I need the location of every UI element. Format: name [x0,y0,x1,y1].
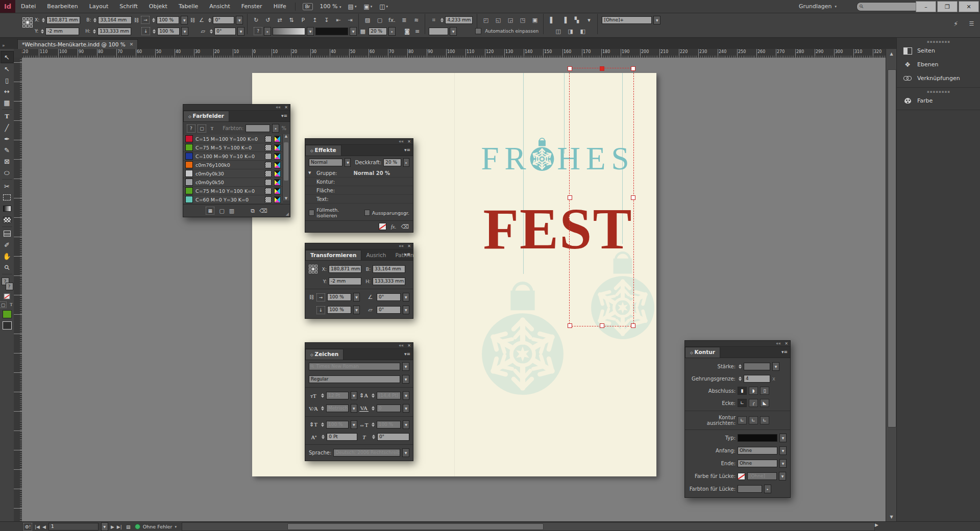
selection-handle-top-center[interactable] [600,66,604,71]
document-tab[interactable]: *Weihnachts-Menükarte.indd @ 100 % ✕ [17,39,138,49]
stroke-proxy-icon[interactable]: ? [6,283,13,290]
reference-p-icon[interactable]: P [299,16,307,24]
scale-x-input[interactable]: 100 % [327,293,351,301]
tool-selection[interactable]: ↖ [1,51,14,63]
tool-gradient[interactable] [1,203,13,214]
tool-ellipse[interactable]: ○ [1,167,13,178]
panel-menu-icon[interactable]: ▾≡ [281,113,287,118]
tab-ausrichten[interactable]: Ausrich [361,250,390,260]
scroll-thumb[interactable] [284,142,288,181]
width-input[interactable]: 33,164 mm [98,16,132,24]
panel-menu-icon[interactable]: ▾≡ [404,351,410,357]
dock-item-ebenen[interactable]: ❖ Ebenen [897,58,980,71]
swatch-row[interactable]: C=60 M=0 Y=30 K=0 [183,195,283,204]
staerke-input[interactable] [744,363,770,370]
last-page-button[interactable]: ▶| [117,524,122,529]
scroll-down-arrow[interactable]: ▼ [886,512,897,521]
font-family-dropdown[interactable]: ⚲Times New Roman [309,363,400,370]
scale-y-stepper[interactable] [153,29,156,34]
leading-stepper[interactable] [372,393,375,398]
select-previous-icon[interactable]: ⇤ [334,16,342,24]
tool-content-collector[interactable]: ▦ [1,97,13,108]
join-round-button[interactable]: ╭ [749,399,758,407]
tool-type[interactable]: T [1,111,13,122]
panel-menu-icon[interactable]: ▾≡ [404,252,410,257]
tab-close-icon[interactable]: ✕ [130,42,134,47]
sprache-dropdown[interactable]: Deutsch: 2006 Rechtschreibr... [333,449,400,457]
width-stepper[interactable] [93,18,96,22]
swatch-icon[interactable]: ▢ [375,16,384,24]
page-number-input[interactable]: 1 [48,523,99,530]
swatch-row[interactable]: C=75 M=10 Y=100 K=0 [183,187,283,195]
distribute-center-icon[interactable]: ◨ [566,27,575,36]
rotation-input[interactable]: 0° [377,293,401,301]
align-options-icon[interactable]: ▾ [584,16,593,24]
screen-mode-button[interactable] [3,321,12,330]
tool-direct-selection[interactable]: ↖ [1,63,13,74]
previous-page-button[interactable]: ◀ [42,524,46,529]
apply-color-swatch[interactable] [3,310,12,318]
align-stroke-inside-button[interactable]: ∟ [749,416,758,424]
autofit-checkbox[interactable] [475,28,481,34]
tool-zoom[interactable]: ⚲ [1,262,13,273]
object-style-dropdown[interactable]: [Ohne]+ [602,16,652,24]
y-input[interactable]: -2 mm [329,277,361,285]
baseline-stepper[interactable] [322,435,325,439]
swatch-row[interactable]: c0m0y0k50 [183,178,283,187]
text-column-icon[interactable]: ◙ [403,27,411,36]
tracking-stepper[interactable] [372,406,375,411]
staerke-arrow[interactable]: ▼ [772,362,779,371]
scale-y-input[interactable]: 100 % [327,306,351,314]
collapse-icon[interactable]: «« [276,105,281,110]
scale-x-dropdown[interactable]: ▼ [181,16,188,24]
align-stroke-outside-button[interactable]: ∟ [760,416,769,424]
dock-grip[interactable]: ▪▪▪▪▪▪▪▪ [897,90,980,94]
font-size-arrow[interactable]: ▼ [351,391,357,400]
search-input[interactable]: ⚲ [856,2,920,11]
fit-proportional-icon[interactable]: ▣ [530,16,539,24]
horizontal-scale-stepper[interactable] [372,422,375,427]
leading-input[interactable]: (14,4 Pt) [377,392,401,399]
panel-close-icon[interactable]: ✕ [407,343,411,348]
text-wrap-icon[interactable]: ≋ [412,16,421,24]
join-miter-button[interactable]: ∟ [738,399,747,407]
start-dropdown[interactable]: Ohne [738,447,777,454]
align-stroke-center-button[interactable]: ∟ [738,416,747,424]
quick-apply-icon[interactable]: ⚡ [951,19,960,28]
stroke-type-arrow[interactable]: ▼ [307,27,314,36]
effects-icon[interactable]: fx. [387,16,396,24]
tool-note[interactable] [1,228,13,239]
tool-eyedropper[interactable]: ✐ [1,239,13,250]
font-size-stepper[interactable] [321,393,324,398]
default-fill-stroke-icon[interactable] [4,293,10,299]
align-left-icon[interactable]: ▌ [548,16,556,24]
tab-kontur[interactable]: ⬦Kontur [685,347,720,358]
selection-handle-bottom-center[interactable] [600,323,604,328]
effects-target-row[interactable]: Fläche: [305,186,413,195]
tool-pen[interactable]: ✒ [1,133,13,144]
select-next-icon[interactable]: ⇥ [346,16,354,24]
scale-x-input[interactable]: 100 % [157,16,179,24]
dock-item-verknuepfungen[interactable]: Verknüpfungen [897,71,980,85]
selection-handle-top-left[interactable] [568,66,572,71]
opacity-input[interactable]: 20 % [369,28,387,35]
knockout-group-checkbox[interactable] [364,210,370,216]
vertical-scale-arrow[interactable]: ▼ [351,420,357,429]
fitting-preview-arrow[interactable]: ▼ [450,27,457,36]
scale-x-stepper[interactable] [152,18,155,22]
tool-scissors[interactable]: ✂ [1,181,13,192]
scale-y-input[interactable]: 100 % [157,28,180,35]
y-input[interactable]: -2 mm [45,28,79,35]
selection-handle-middle-left[interactable] [568,195,572,200]
menu-item[interactable]: Ansicht [204,0,236,13]
minimize-button[interactable]: – [916,1,936,12]
menu-item[interactable]: Bearbeiten [41,0,83,13]
bridge-button[interactable]: Br [303,3,313,10]
effects-target-row[interactable]: Kontur: [305,178,413,186]
swatch-row[interactable]: C=100 M=90 Y=10 K=0 [183,152,283,161]
swatch-row[interactable]: c0m76y100k0 [183,161,283,169]
vertical-scale-input[interactable]: 100 % [326,421,349,428]
panel-title-strip[interactable]: «« ✕ [305,243,413,249]
container-toggle-icon[interactable]: ▢ [198,124,206,133]
next-page-button[interactable]: ▶ [111,524,114,529]
